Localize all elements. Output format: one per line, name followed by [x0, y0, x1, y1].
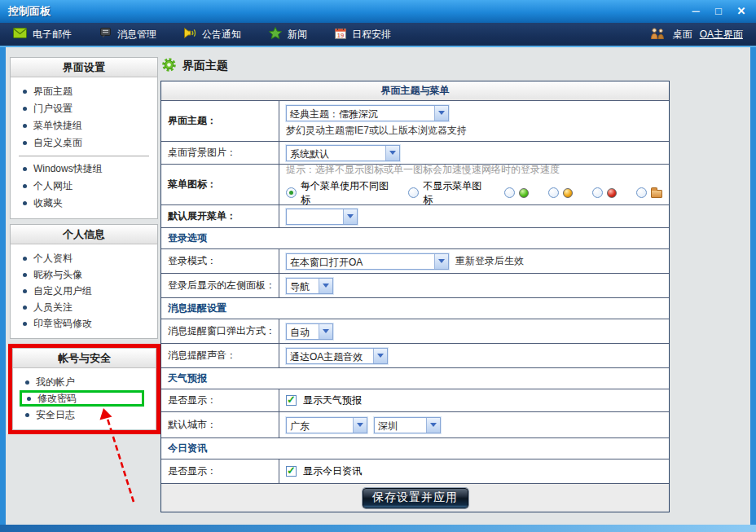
red-highlight-box: 帐号与安全 我的帐户 修改密码 安全日志 — [8, 344, 160, 434]
radio-green-ball[interactable] — [504, 187, 515, 198]
minimize-button[interactable]: ─ — [689, 5, 702, 18]
left-panel-select[interactable]: 导航 — [286, 278, 333, 294]
divider — [19, 156, 149, 156]
form-row-wallpaper: 桌面背景图片： 系统默认 — [161, 142, 669, 165]
chevron-down-icon — [426, 418, 440, 433]
radio-label: 每个菜单使用不同图标 — [301, 179, 389, 207]
bullet-icon — [25, 413, 29, 417]
notify-sound-select[interactable]: 通达OA主题音效 — [286, 348, 388, 364]
sidebar-item-my-account[interactable]: 我的帐户 — [13, 374, 156, 390]
theme-note: 梦幻灵动主题需IE7或以上版本浏览器支持 — [286, 124, 467, 138]
toolbar-label: 公告通知 — [202, 28, 241, 42]
sidebar-item-change-password[interactable]: 修改密码 — [20, 390, 144, 407]
sidebar-item-people-follow[interactable]: 人员关注 — [11, 299, 157, 315]
save-apply-button[interactable]: 保存设置并应用 — [363, 488, 468, 508]
calendar-day: 19 — [337, 31, 344, 38]
sidebar-section-title: 个人信息 — [11, 225, 157, 244]
sidebar-item-seal-password[interactable]: 印章密码修改 — [11, 315, 157, 332]
default-menu-select[interactable] — [286, 209, 358, 225]
sidebar-item-label: 收藏夹 — [33, 196, 63, 210]
radio-red-ball[interactable] — [592, 187, 603, 198]
toolbar-item-news[interactable]: 新闻 — [269, 27, 307, 42]
mail-icon — [13, 28, 27, 41]
sidebar-section-personal: 个人信息 个人资料 昵称与头像 自定义用户组 — [10, 224, 158, 339]
settings-table: 界面主题与菜单 界面主题： 经典主题：儒雅深沉 梦幻灵动主题需IE7或以上版本浏… — [160, 81, 670, 512]
news-show-checkbox[interactable] — [286, 466, 297, 477]
bullet-icon — [23, 184, 27, 188]
toolbar-label: 日程安排 — [352, 28, 391, 42]
field-label: 登录模式： — [161, 249, 279, 273]
radio-no-icons[interactable] — [408, 187, 419, 198]
field-label: 是否显示： — [161, 389, 279, 411]
section-login-options: 登录选项 — [161, 228, 669, 249]
sidebar-item-security-log[interactable]: 安全日志 — [13, 407, 156, 423]
folder-icon — [651, 190, 662, 198]
bullet-icon — [23, 322, 27, 326]
bullet-icon — [23, 257, 27, 261]
sidebar-item-personal-urls[interactable]: 个人网址 — [11, 178, 157, 195]
popup-mode-select[interactable]: 自动 — [286, 323, 333, 340]
theme-select[interactable]: 经典主题：儒雅深沉 — [286, 105, 449, 121]
announcement-icon — [184, 28, 196, 42]
default-menu-select-value — [287, 209, 343, 224]
toolbar-item-announcements[interactable]: 公告通知 — [184, 28, 241, 42]
province-select-value: 广东 — [287, 418, 353, 433]
sidebar-item-favorites[interactable]: 收藏夹 — [11, 195, 157, 212]
toolbar-item-messages[interactable]: 消息管理 — [99, 28, 156, 42]
wallpaper-select[interactable]: 系统默认 — [286, 145, 400, 161]
province-select[interactable]: 广东 — [286, 417, 367, 433]
form-row-notify-sound: 消息提醒声音： 通达OA主题音效 — [161, 344, 669, 368]
menu-icon-hint: 提示：选择不显示图标或单一图标会加速慢速网络时的登录速度 — [286, 163, 560, 177]
sidebar-section-title: 帐号与安全 — [13, 349, 156, 368]
bullet-icon — [23, 107, 27, 111]
window-title: 控制面板 — [8, 4, 51, 19]
sidebar-item-label: Windows快捷组 — [33, 162, 103, 176]
sidebar-item-interface-theme[interactable]: 界面主题 — [11, 83, 157, 100]
green-ball-icon — [519, 188, 529, 198]
toolbar-label: 电子邮件 — [33, 28, 72, 42]
sidebar-item-label: 个人网址 — [33, 179, 73, 193]
message-icon — [99, 28, 112, 41]
bullet-icon — [23, 306, 27, 310]
bullet-icon — [27, 397, 31, 401]
red-ball-icon — [607, 188, 617, 198]
sidebar-item-custom-desktop[interactable]: 自定义桌面 — [11, 134, 157, 152]
news-star-icon — [269, 27, 282, 42]
bullet-icon — [23, 141, 27, 145]
chevron-down-icon — [319, 324, 332, 339]
sidebar-item-label: 修改密码 — [37, 392, 77, 406]
sidebar-item-label: 我的帐户 — [36, 376, 75, 389]
left-panel-select-value: 导航 — [287, 279, 319, 293]
oa-home-link[interactable]: OA主界面 — [700, 28, 743, 42]
sidebar-item-windows-shortcut-group[interactable]: Windows快捷组 — [11, 160, 157, 178]
chevron-down-icon — [353, 418, 367, 433]
bullet-icon — [23, 289, 27, 293]
sidebar-item-menu-shortcut-group[interactable]: 菜单快捷组 — [11, 117, 157, 134]
checkbox-label: 显示今日资讯 — [303, 464, 362, 478]
sidebar-item-nickname-avatar[interactable]: 昵称与头像 — [11, 266, 157, 283]
city-select[interactable]: 深圳 — [374, 417, 441, 433]
chevron-down-icon — [319, 279, 332, 293]
sidebar-section-title: 界面设置 — [11, 58, 157, 77]
radio-orange-ball[interactable] — [548, 187, 559, 198]
sidebar-item-personal-profile[interactable]: 个人资料 — [11, 250, 157, 266]
sidebar-item-custom-user-group[interactable]: 自定义用户组 — [11, 283, 157, 299]
field-label: 消息提醒窗口弹出方式： — [161, 319, 279, 343]
close-button[interactable]: ✕ — [735, 5, 748, 18]
page-header: 界面主题 — [161, 57, 670, 75]
desktop-link[interactable]: 桌面 — [673, 28, 692, 42]
radio-label: 不显示菜单图标 — [423, 179, 485, 207]
form-row-weather-show: 是否显示： 显示天气预报 — [161, 389, 669, 412]
maximize-button[interactable]: □ — [712, 5, 725, 18]
radio-folder[interactable] — [636, 187, 647, 198]
bullet-icon — [25, 380, 29, 385]
toolbar-item-schedule[interactable]: 19 日程安排 — [335, 28, 391, 42]
content-area: 界面设置 界面主题 门户设置 菜单快捷组 — [0, 47, 756, 532]
radio-different-icons[interactable] — [286, 187, 297, 198]
field-label: 桌面背景图片： — [161, 142, 279, 164]
login-mode-select[interactable]: 在本窗口打开OA — [286, 253, 449, 270]
weather-show-checkbox[interactable] — [286, 395, 297, 406]
toolbar-item-email[interactable]: 电子邮件 — [13, 28, 72, 42]
theme-select-value: 经典主题：儒雅深沉 — [287, 106, 434, 121]
sidebar-item-portal-settings[interactable]: 门户设置 — [11, 100, 157, 117]
